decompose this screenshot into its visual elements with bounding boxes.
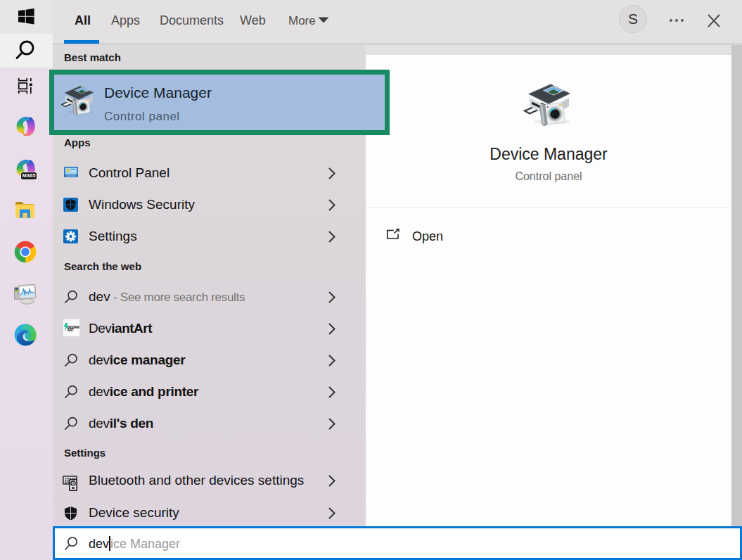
svg-text:ART: ART xyxy=(67,329,74,332)
